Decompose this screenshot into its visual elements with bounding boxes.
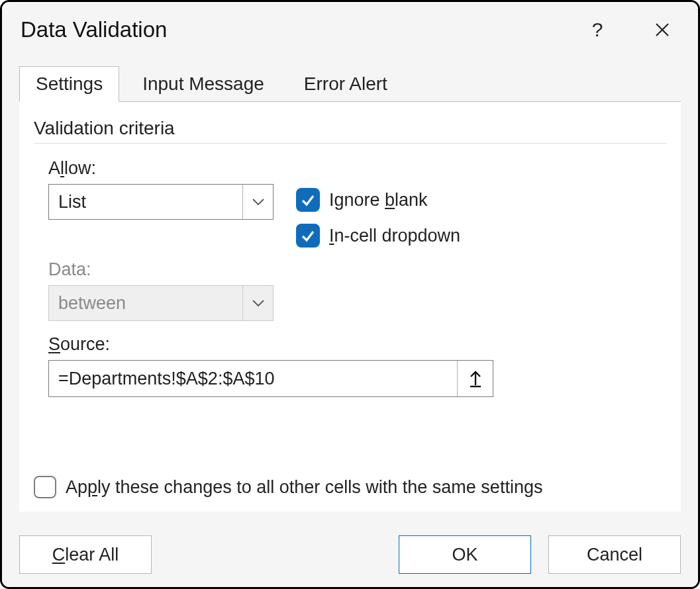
checkbox-unchecked-icon	[34, 476, 56, 498]
data-validation-dialog: Data Validation ? Settings Input Message…	[0, 0, 700, 589]
titlebar: Data Validation ?	[2, 2, 698, 51]
dialog-footer: Clear All OK Cancel	[2, 522, 698, 587]
allow-label: Allow:	[48, 158, 666, 179]
ignore-blank-label: Ignore blank	[329, 190, 428, 210]
chevron-down-icon	[252, 300, 264, 306]
apply-all-label: Apply these changes to all other cells w…	[66, 477, 542, 498]
tab-input-message[interactable]: Input Message	[126, 66, 281, 102]
allow-combo[interactable]: List	[48, 184, 274, 220]
source-input[interactable]	[49, 361, 457, 396]
data-combo: between	[48, 285, 274, 321]
source-row: Source:	[48, 334, 666, 397]
settings-panel: Validation criteria Allow: List	[19, 101, 681, 512]
ignore-blank-checkbox[interactable]: Ignore blank	[296, 188, 460, 212]
cancel-button[interactable]: Cancel	[548, 535, 681, 574]
incell-dropdown-label: In-cell dropdown	[329, 226, 460, 246]
allow-combo-text: List	[49, 192, 242, 212]
checkbox-checked-icon	[296, 224, 320, 248]
allow-row: List Ignore blank	[48, 184, 666, 248]
section-divider	[34, 143, 666, 144]
close-button[interactable]	[646, 14, 678, 46]
section-title: Validation criteria	[34, 118, 666, 139]
clear-all-button[interactable]: Clear All	[19, 535, 152, 574]
dialog-title: Data Validation	[21, 17, 548, 42]
allow-combo-button[interactable]	[242, 185, 273, 219]
form-area: Allow: List Ignore blank	[34, 158, 666, 397]
apply-all-checkbox[interactable]: Apply these changes to all other cells w…	[34, 476, 542, 498]
checkbox-checked-icon	[296, 188, 320, 212]
data-combo-button	[242, 286, 273, 320]
close-icon	[654, 22, 670, 38]
source-label: Source:	[48, 334, 666, 355]
source-box	[48, 360, 493, 397]
data-combo-text: between	[49, 293, 242, 314]
range-select-button[interactable]	[457, 361, 493, 396]
data-label: Data:	[48, 259, 666, 280]
tab-strip: Settings Input Message Error Alert	[2, 66, 698, 102]
checkbox-column: Ignore blank In-cell dropdown	[296, 184, 460, 248]
ok-button[interactable]: OK	[399, 535, 531, 574]
help-button[interactable]: ?	[581, 14, 613, 46]
incell-dropdown-checkbox[interactable]: In-cell dropdown	[296, 224, 460, 248]
tab-settings[interactable]: Settings	[19, 66, 119, 102]
chevron-down-icon	[252, 199, 264, 205]
help-icon: ?	[592, 19, 603, 41]
collapse-dialog-icon	[468, 369, 483, 388]
tab-error-alert[interactable]: Error Alert	[287, 66, 404, 102]
